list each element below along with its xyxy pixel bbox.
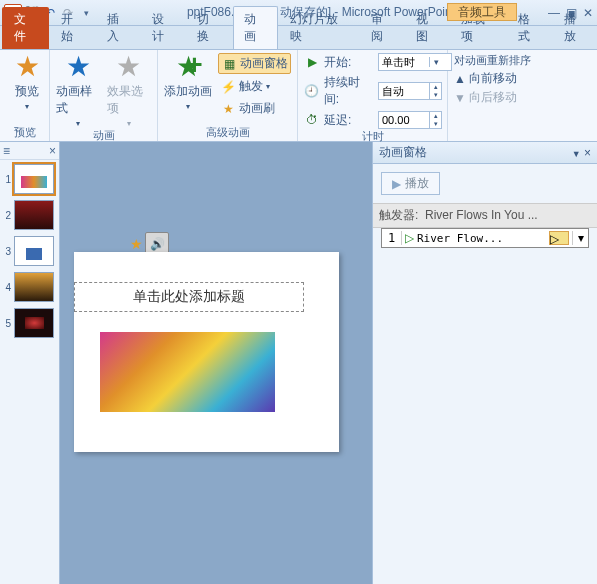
preview-button[interactable]: ★ 预览▾ xyxy=(6,53,48,111)
move-later-button: ▼向后移动 xyxy=(454,89,517,106)
tab-review[interactable]: 审阅 xyxy=(361,7,404,49)
play-icon: ▶ xyxy=(392,177,401,191)
group-preview: 预览 xyxy=(6,125,43,141)
slide-editor[interactable]: ★ 🔊 ⏮ ⏭ 00:00:00 🔊 单击此处添加标题 xyxy=(60,142,372,584)
tab-playback[interactable]: 播放 xyxy=(554,7,597,49)
reorder-header: 对动画重新排序 xyxy=(454,53,531,68)
start-label: 开始: xyxy=(324,54,374,71)
play-icon: ▶ xyxy=(304,54,320,70)
trigger-header: 触发器: River Flows In You ... xyxy=(373,203,597,228)
pane-play-button[interactable]: ▶ 播放 xyxy=(381,172,440,195)
tab-home[interactable]: 开始 xyxy=(51,7,94,49)
animation-styles-button[interactable]: ★ 动画样式▾ xyxy=(56,53,101,128)
star-icon: ★ xyxy=(66,53,91,81)
group-advanced-animation: 高级动画 xyxy=(164,125,291,141)
slide-thumb-1[interactable]: 1 xyxy=(3,164,56,194)
tab-animations[interactable]: 动画 xyxy=(233,6,278,49)
star-icon: ★ xyxy=(116,53,141,81)
pane-dropdown-icon[interactable]: ▼ xyxy=(572,149,581,159)
effect-options-button: ★ 效果选项▾ xyxy=(107,53,152,128)
contextual-tab-audio: 音频工具 xyxy=(447,3,517,21)
outline-icon[interactable]: ≡ xyxy=(3,144,10,158)
add-animation-button[interactable]: ★ 添加动画▾ xyxy=(164,53,212,111)
up-arrow-icon: ▲ xyxy=(454,72,466,86)
tab-design[interactable]: 设计 xyxy=(142,7,185,49)
lightning-icon: ⚡ xyxy=(220,79,236,95)
clock-icon: 🕘 xyxy=(304,83,320,99)
animation-pane-button[interactable]: ▦ 动画窗格 xyxy=(218,53,291,74)
animation-item-1[interactable]: 1 ▷ River Flow... ▷ ▾ xyxy=(381,228,589,248)
painter-icon: ★ xyxy=(220,101,236,117)
slide-image[interactable] xyxy=(100,332,275,412)
animation-painter-button[interactable]: ★ 动画刷 xyxy=(218,99,291,118)
tab-insert[interactable]: 插入 xyxy=(97,7,140,49)
timeline-bar: ▷ xyxy=(549,231,569,245)
thumbs-close-icon[interactable]: × xyxy=(49,144,56,158)
slide-thumb-4[interactable]: 4 xyxy=(3,272,56,302)
star-plus-icon: ★ xyxy=(176,53,201,81)
tab-transitions[interactable]: 切换 xyxy=(187,7,230,49)
duration-label: 持续时间: xyxy=(324,74,374,108)
pane-icon: ▦ xyxy=(221,56,237,72)
animation-pane-title: 动画窗格 xyxy=(379,144,427,161)
group-animation: 动画 xyxy=(56,128,151,143)
delay-label: 延迟: xyxy=(324,112,374,129)
tab-view[interactable]: 视图 xyxy=(406,7,449,49)
play-effect-icon: ▷ xyxy=(405,231,414,245)
trigger-button[interactable]: ⚡ 触发 ▾ xyxy=(218,77,291,96)
move-earlier-button[interactable]: ▲向前移动 xyxy=(454,70,517,87)
duration-spinner[interactable]: ▴▾ xyxy=(378,82,442,100)
tab-slideshow[interactable]: 幻灯片放映 xyxy=(280,7,358,49)
title-placeholder[interactable]: 单击此处添加标题 xyxy=(74,282,304,312)
slide-thumb-3[interactable]: 3 xyxy=(3,236,56,266)
star-icon: ★ xyxy=(15,53,40,81)
tab-file[interactable]: 文件 xyxy=(2,7,49,49)
item-dropdown-icon[interactable]: ▾ xyxy=(572,231,588,245)
pane-close-icon[interactable]: × xyxy=(584,146,591,160)
start-dropdown[interactable]: ▾ xyxy=(378,53,452,71)
slide-thumb-2[interactable]: 2 xyxy=(3,200,56,230)
delay-icon: ⏱ xyxy=(304,112,320,128)
animation-indicator-icon: ★ xyxy=(130,236,143,252)
slide-thumb-5[interactable]: 5 xyxy=(3,308,56,338)
delay-spinner[interactable]: ▴▾ xyxy=(378,111,442,129)
down-arrow-icon: ▼ xyxy=(454,91,466,105)
